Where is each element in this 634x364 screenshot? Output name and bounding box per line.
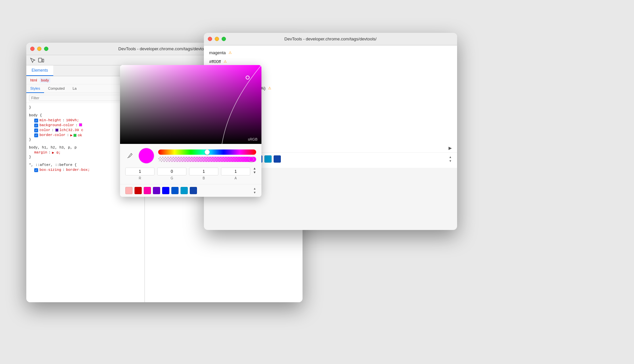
swatch-3[interactable] [153, 187, 160, 194]
magenta-warning: ⚠ [229, 51, 232, 55]
ff00ff-label: #ff00ff [209, 59, 221, 64]
layout-tab[interactable]: La [69, 84, 81, 93]
traffic-lights-bg [30, 47, 48, 51]
close-button-front[interactable] [208, 37, 212, 41]
rgba-inputs: 1 R 0 G 1 B 1 A ▲ ▼ [125, 167, 256, 180]
a-input[interactable]: 1 [221, 168, 250, 175]
srgb-label: sRGB [248, 137, 257, 141]
b-input[interactable]: 1 [189, 168, 218, 175]
titlebar-front: DevTools - developer.chrome.com/tags/dev… [204, 33, 457, 45]
hue-thumb [205, 149, 210, 155]
hsl-warning: ⚠ [268, 86, 271, 90]
opening-brace: } [29, 105, 31, 109]
checkbox-bordercolor[interactable] [34, 133, 38, 137]
swatch-4[interactable] [162, 187, 169, 194]
close-button-bg[interactable] [30, 47, 35, 51]
b-field: 1 B [189, 168, 218, 180]
alpha-thumb [249, 157, 254, 162]
dd-down-arrow[interactable]: ▼ [449, 159, 452, 163]
color-cursor [246, 76, 250, 80]
checkbox-minheight[interactable] [34, 119, 38, 123]
color-picker-popup: sRGB 1 R [120, 65, 261, 197]
swatch-6[interactable] [181, 187, 188, 194]
a-label: A [234, 176, 237, 180]
checkbox-color[interactable] [34, 128, 38, 132]
minimize-button-front[interactable] [215, 37, 219, 41]
color-controls: 1 R 0 G 1 B 1 A ▲ ▼ [120, 144, 261, 184]
color-swatch[interactable] [55, 128, 59, 132]
a-field: 1 A [221, 168, 250, 180]
dropdown-item-ff00ff[interactable]: #ff00ff ⚠ [204, 57, 457, 66]
color-preview-circle [138, 148, 154, 164]
eyedropper-button[interactable] [125, 151, 134, 160]
dd-swatches-arrows: ▲ ▼ [449, 155, 452, 163]
titlebar-title-bg: DevTools - developer.chrome.com/tags/dev… [118, 46, 210, 51]
titlebar-title-front: DevTools - developer.chrome.com/tags/dev… [284, 36, 377, 41]
breadcrumb-body[interactable]: body [40, 78, 50, 83]
swatches-arrow[interactable]: ▲ ▼ [253, 187, 256, 194]
elements-tab[interactable]: Elements [26, 65, 53, 76]
sliders-container [158, 149, 256, 162]
alpha-slider[interactable] [158, 157, 256, 162]
swatch-0[interactable] [125, 187, 133, 194]
checkbox-boxsizing[interactable] [34, 168, 38, 172]
swatches-row: ▲ ▼ [120, 184, 261, 197]
r-label: R [139, 176, 141, 180]
gamut-boundary-line [120, 65, 261, 144]
color-fn-arrow: ▶ [449, 146, 452, 150]
device-toggle-icon[interactable] [38, 57, 44, 63]
svg-rect-1 [42, 59, 44, 62]
increment-arrow[interactable]: ▲ [253, 167, 256, 170]
maximize-button-front[interactable] [222, 37, 226, 41]
border-color-swatch[interactable] [73, 134, 77, 137]
g-field: 0 G [157, 168, 186, 180]
b-label: B [203, 176, 205, 180]
styles-tab[interactable]: Styles [26, 84, 44, 93]
swatch-7[interactable] [190, 187, 197, 194]
breadcrumb-html[interactable]: html [29, 78, 38, 83]
decrement-arrow[interactable]: ▼ [253, 171, 256, 174]
dd-up-arrow[interactable]: ▲ [449, 155, 452, 159]
color-preview-row [125, 148, 256, 164]
swatch-2[interactable] [144, 187, 151, 194]
swatch-5[interactable] [171, 187, 179, 194]
maximize-button-bg[interactable] [44, 47, 48, 51]
magenta-label: magenta [209, 50, 226, 55]
rgba-arrows: ▲ ▼ [253, 167, 256, 180]
hue-slider[interactable] [158, 149, 256, 155]
color-gradient-area[interactable]: sRGB [120, 65, 261, 144]
dropdown-item-magenta[interactable]: magenta ⚠ [204, 48, 457, 57]
eyedropper-icon [127, 153, 133, 159]
minimize-button-bg[interactable] [37, 47, 41, 51]
cursor-icon[interactable] [30, 57, 36, 63]
checkbox-bgcolor[interactable] [34, 124, 38, 127]
g-input[interactable]: 0 [157, 168, 186, 175]
traffic-lights-front [208, 37, 226, 41]
dd-swatch-7[interactable] [274, 155, 281, 163]
svg-rect-0 [38, 58, 42, 62]
computed-tab[interactable]: Computed [44, 84, 69, 93]
ff00ff-warning: ⚠ [224, 59, 227, 64]
dd-swatch-6[interactable] [264, 155, 272, 163]
swatch-1[interactable] [134, 187, 142, 194]
r-field: 1 R [125, 168, 155, 180]
r-input[interactable]: 1 [125, 168, 155, 175]
bg-color-swatch[interactable] [79, 123, 82, 126]
g-label: G [171, 176, 173, 180]
